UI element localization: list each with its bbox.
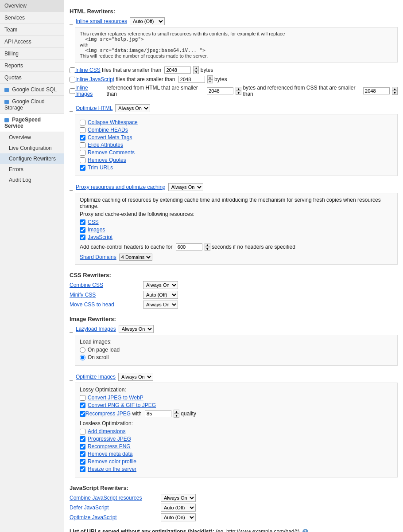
sidebar-subitem-errors[interactable]: Errors <box>0 164 64 175</box>
remove-color-link[interactable]: Remove color profile <box>88 458 136 465</box>
trim-urls-cb[interactable] <box>80 165 85 171</box>
combine-css-link[interactable]: Combine CSS <box>70 282 140 288</box>
inline-small-dropdown[interactable]: Auto (Off) Always On Auto (On) Always Of… <box>130 17 165 25</box>
inline-small-link[interactable]: Inline small resources <box>76 18 127 24</box>
convert-meta-link[interactable]: Convert Meta Tags <box>88 134 132 141</box>
remove-comments-link[interactable]: Remove Comments <box>88 149 135 156</box>
lazyload-link[interactable]: Lazyload Images <box>76 326 116 332</box>
combine-css-dropdown[interactable]: Always On Auto (Off) Auto (On) Always Of… <box>143 281 178 289</box>
optimize-html-collapse[interactable]: ⎯ <box>70 106 74 110</box>
resize-link[interactable]: Resize on the server <box>88 466 136 472</box>
proxy-js-cb[interactable] <box>80 235 85 240</box>
trim-urls-link[interactable]: Trim URLs <box>88 164 113 171</box>
recompress-jpeg-cb[interactable] <box>80 411 85 417</box>
inline-css-up[interactable]: ▲ <box>193 66 199 70</box>
sidebar-subitem-configure-rewriters[interactable]: Configure Rewriters <box>0 153 64 164</box>
proxy-caching-link[interactable]: Proxy resources and optimize caching <box>76 184 166 190</box>
on-page-load-radio[interactable] <box>80 347 85 353</box>
on-scroll-radio[interactable] <box>80 355 85 360</box>
remove-quotes-cb[interactable] <box>80 157 85 163</box>
recompress-jpeg-link[interactable]: Recompress JPEG <box>85 411 131 417</box>
collapse-icon[interactable]: ⎯ <box>70 19 74 23</box>
sidebar-subitem-overview[interactable]: Overview <box>0 132 64 143</box>
inline-css-input[interactable] <box>164 66 191 74</box>
collapse-whitespace-link[interactable]: Collapse Whitespace <box>88 119 138 125</box>
combine-heads-link[interactable]: Combine HEADs <box>88 127 128 133</box>
move-css-dropdown[interactable]: Always On Auto (Off) Auto (On) Always Of… <box>143 301 178 309</box>
proxy-caching-dropdown[interactable]: Always On Auto (Off) Auto (On) Always Of… <box>168 183 203 191</box>
recompress-png-cb[interactable] <box>80 444 85 450</box>
resize-cb[interactable] <box>80 466 85 472</box>
sidebar-item-cloud-sql[interactable]: Google Cloud SQL <box>0 84 64 96</box>
recompress-png-link[interactable]: Recompress PNG <box>88 443 131 450</box>
recompress-down[interactable]: ▼ <box>174 414 179 418</box>
progressive-cb[interactable] <box>80 436 85 442</box>
shard-dropdown[interactable]: 4 Domains 2 Domains Off <box>119 254 152 261</box>
sidebar-item-quotas[interactable]: Quotas <box>0 72 64 84</box>
inline-js-checkbox[interactable] <box>70 77 75 82</box>
inline-js-input[interactable] <box>178 76 205 83</box>
combine-js-link[interactable]: Combine JavaScript resources <box>70 495 158 501</box>
convert-meta-cb[interactable] <box>80 135 85 141</box>
recompress-input[interactable] <box>145 410 171 417</box>
optimize-html-link[interactable]: Optimize HTML <box>76 105 112 111</box>
inline-css-down[interactable]: ▼ <box>193 70 199 74</box>
proxy-images-link[interactable]: Images <box>88 227 105 233</box>
inline-img-link[interactable]: Inline Images <box>75 85 105 97</box>
minify-css-dropdown[interactable]: Always On Auto (Off) Auto (On) Always Of… <box>143 291 178 299</box>
recompress-up[interactable]: ▲ <box>174 410 179 414</box>
defer-js-dropdown[interactable]: Always On Auto (Off) Auto (On) Always Of… <box>161 504 196 512</box>
remove-quotes-link[interactable]: Remove Quotes <box>88 157 126 163</box>
cache-up[interactable]: ▲ <box>205 243 210 247</box>
convert-png-link[interactable]: Convert PNG & GIF to JPEG <box>88 402 156 408</box>
elide-attr-link[interactable]: Elide Attributes <box>88 142 123 148</box>
convert-jpeg-cb[interactable] <box>80 395 85 401</box>
add-dim-link[interactable]: Add dimensions <box>88 428 125 434</box>
convert-jpeg-link[interactable]: Convert JPEG to WebP <box>88 395 143 401</box>
remove-color-cb[interactable] <box>80 459 85 465</box>
inline-js-link[interactable]: Inline JavaScript <box>75 76 114 82</box>
sidebar-item-api-access[interactable]: API Access <box>0 36 64 48</box>
lazyload-dropdown[interactable]: Always On Auto (Off) Auto (On) Always Of… <box>119 325 154 333</box>
collapse-whitespace-cb[interactable] <box>80 120 85 125</box>
sidebar-item-reports[interactable]: Reports <box>0 60 64 72</box>
inline-img-input[interactable] <box>207 87 233 94</box>
optimize-js-dropdown[interactable]: Always On Auto (Off) Auto (On) Always Of… <box>161 513 196 521</box>
sidebar-item-team[interactable]: Team <box>0 24 64 36</box>
remove-meta-cb[interactable] <box>80 451 85 457</box>
proxy-images-cb[interactable] <box>80 227 85 233</box>
progressive-link[interactable]: Progressive JPEG <box>88 436 131 442</box>
proxy-caching-collapse[interactable]: ⎯ <box>70 185 74 189</box>
elide-attr-cb[interactable] <box>80 142 85 148</box>
inline-css-link[interactable]: Inline CSS <box>75 67 101 73</box>
add-dim-cb[interactable] <box>80 429 85 434</box>
optimize-images-link[interactable]: Optimize Images <box>76 374 116 380</box>
sidebar-item-cloud-storage[interactable]: Google Cloud Storage <box>0 96 64 114</box>
remove-meta-link[interactable]: Remove meta data <box>88 451 132 457</box>
sidebar-item-pagespeed[interactable]: PageSpeed Service <box>0 114 64 132</box>
optimize-html-dropdown[interactable]: Always On Auto (Off) Auto (On) Always Of… <box>115 104 150 112</box>
combine-heads-cb[interactable] <box>80 127 85 133</box>
cache-input[interactable] <box>176 243 202 250</box>
sidebar-item-services[interactable]: Services <box>0 12 64 24</box>
lazyload-collapse[interactable]: ⎯ <box>70 327 74 331</box>
inline-js-up[interactable]: ▲ <box>207 75 213 79</box>
inline-img-input2[interactable] <box>363 87 390 94</box>
minify-css-link[interactable]: Minify CSS <box>70 292 140 298</box>
move-css-link[interactable]: Move CSS to head <box>70 301 140 308</box>
inline-img-up2[interactable]: ▲ <box>392 87 398 91</box>
inline-img-down2[interactable]: ▼ <box>392 91 398 95</box>
cache-down[interactable]: ▼ <box>205 247 210 251</box>
sidebar-item-billing[interactable]: Billing <box>0 48 64 60</box>
help-icon[interactable]: ? <box>302 529 308 532</box>
optimize-images-dropdown[interactable]: Always On Auto (Off) Auto (On) Always Of… <box>118 373 153 381</box>
defer-js-link[interactable]: Defer JavaScript <box>70 505 158 511</box>
inline-img-up[interactable]: ▲ <box>236 87 241 91</box>
remove-comments-cb[interactable] <box>80 150 85 156</box>
sidebar-item-overview[interactable]: Overview <box>0 0 64 12</box>
proxy-js-link[interactable]: JavaScript <box>88 234 112 240</box>
optimize-js-link[interactable]: Optimize JavaScript <box>70 514 158 520</box>
sidebar-subitem-live-config[interactable]: Live Configuration <box>0 143 64 153</box>
optimize-images-collapse[interactable]: ⎯ <box>70 375 74 379</box>
inline-css-checkbox[interactable] <box>70 67 75 73</box>
